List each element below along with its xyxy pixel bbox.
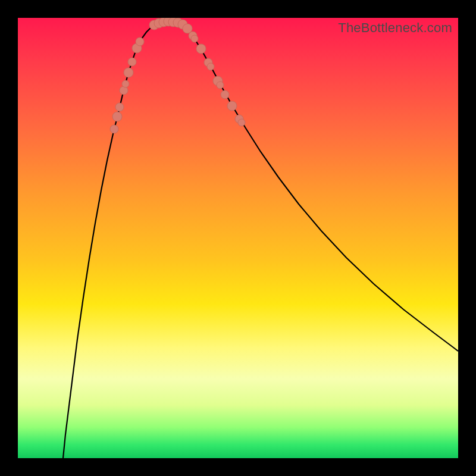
watermark-text: TheBottleneck.com (338, 20, 452, 36)
data-point (110, 125, 118, 133)
data-point (227, 101, 237, 111)
chart-plot-area: TheBottleneck.com (18, 18, 458, 458)
data-point (207, 63, 214, 70)
data-point (221, 90, 229, 99)
data-point (196, 44, 206, 54)
data-point (115, 103, 124, 111)
data-point (124, 68, 133, 77)
data-point (238, 119, 245, 126)
data-point (136, 37, 144, 46)
data-point (122, 80, 129, 87)
chart-svg (18, 18, 458, 458)
dot-group (110, 18, 245, 133)
data-point (112, 112, 122, 121)
data-point (128, 58, 136, 66)
data-point (191, 35, 198, 42)
data-point (217, 82, 224, 89)
